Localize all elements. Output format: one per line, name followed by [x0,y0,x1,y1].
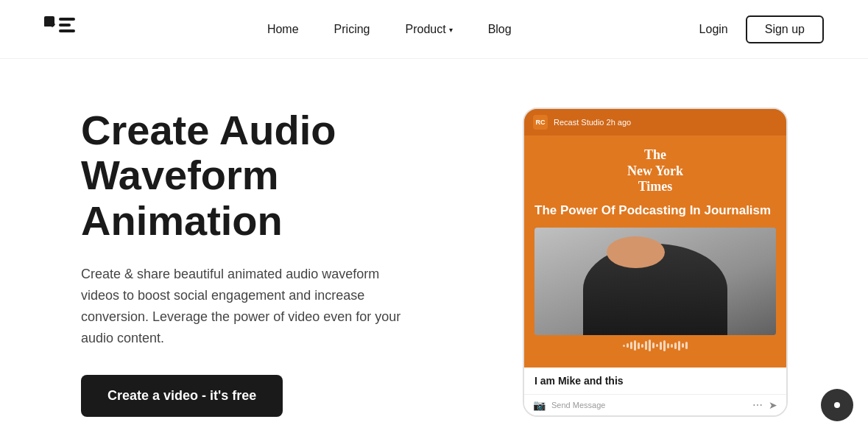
nav-product[interactable]: Product ▾ [406,23,453,36]
caption-bar: I am Mike and this [524,368,786,394]
chat-dot [834,402,840,408]
waveform-bar [678,341,680,351]
nav-home[interactable]: Home [267,23,299,36]
cta-button[interactable]: Create a video - it's free [81,375,283,417]
main-nav: Home Pricing Product ▾ Blog [267,23,512,36]
story-image-bg [534,228,776,335]
send-icon: ➤ [769,399,777,411]
story-area: RC Recast Studio 2h ago The New York Tim… [524,109,786,368]
nav-blog[interactable]: Blog [488,23,512,36]
caption-text: I am Mike and this [534,375,624,387]
waveform-bar [630,342,632,349]
more-icon: ⋯ [752,399,763,411]
phone-card: RC Recast Studio 2h ago The New York Tim… [523,108,788,417]
waveform-bar [685,342,688,349]
site-header: Home Pricing Product ▾ Blog Login Sign u… [0,0,868,59]
story-header: RC Recast Studio 2h ago [524,109,786,136]
signup-button[interactable]: Sign up [746,15,824,43]
waveform-bar [634,340,636,351]
ig-bar-right: ⋯ ➤ [752,399,777,411]
story-header-text: Recast Studio 2h ago [554,118,631,127]
waveform-bar [660,342,662,350]
story-image [534,228,776,335]
nav-pricing[interactable]: Pricing [334,23,370,36]
ig-message-input: Send Message [551,401,605,409]
svg-rect-4 [59,24,71,27]
waveform-bar [627,343,629,348]
recast-icon: RC [533,115,548,130]
hero-section: Create Audio Waveform Animation Create &… [81,108,464,418]
logo[interactable] [44,16,80,43]
waveform-bar [638,342,640,349]
waveform-bar [682,343,684,348]
nyt-logo-text: The New York Times [534,147,776,195]
waveform-bar [649,340,651,351]
svg-rect-5 [59,29,75,32]
waveform-bar [623,345,625,347]
waveform-bar [674,342,677,349]
waveform-bar [667,343,669,348]
auth-buttons: Login Sign up [699,15,824,43]
svg-rect-1 [44,22,50,27]
waveform-bar [656,344,658,347]
waveform-bar [641,344,643,348]
story-title: The Power Of Podcasting In Journalism [534,203,776,219]
phone-inner: RC Recast Studio 2h ago The New York Tim… [524,109,786,415]
waveform [534,335,776,356]
waveform-bar [645,341,647,350]
hero-description: Create & share beautiful animated audio … [81,264,420,348]
nyt-logo: The New York Times [534,147,776,195]
hero-title: Create Audio Waveform Animation [81,108,464,244]
main-content: Create Audio Waveform Animation Create &… [0,59,868,436]
svg-rect-3 [59,18,75,21]
chevron-down-icon: ▾ [449,26,453,34]
waveform-bar [671,344,673,348]
story-content: The New York Times The Power Of Podcasti… [524,136,786,368]
login-button[interactable]: Login [699,23,728,36]
person-head [607,236,665,269]
waveform-bar [663,340,666,351]
waveform-bar [652,342,654,348]
demo-section: RC Recast Studio 2h ago The New York Tim… [523,108,788,417]
ig-bar-left: 📷 Send Message [533,399,605,411]
ig-bar: 📷 Send Message ⋯ ➤ [524,394,786,415]
chat-widget[interactable] [821,389,853,421]
camera-icon: 📷 [533,399,546,411]
